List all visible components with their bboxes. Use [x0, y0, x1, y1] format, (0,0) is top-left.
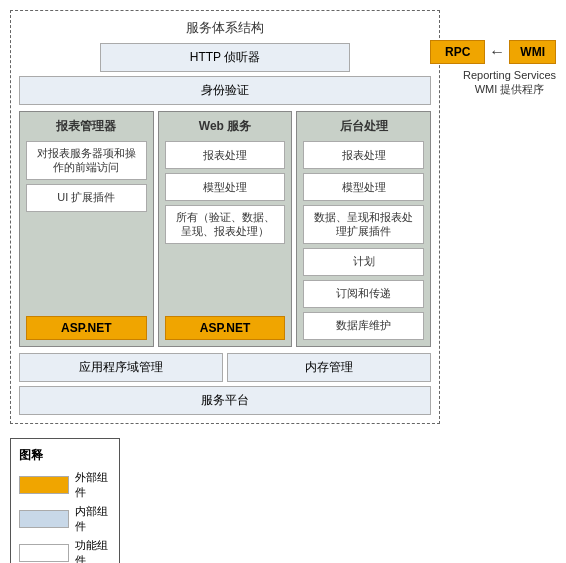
legend-item-external: 外部组件 — [19, 470, 111, 500]
legend-title: 图释 — [19, 447, 111, 464]
report-manager-ui-ext: UI 扩展插件 — [26, 184, 147, 212]
legend-box: 图释 外部组件 内部组件 功能组件 — [10, 438, 120, 563]
backend-subscription: 订阅和传递 — [303, 280, 424, 308]
http-listener-box: HTTP 侦听器 — [100, 43, 350, 72]
columns-area: 报表管理器 对报表服务器项和操作的前端访问 UI 扩展插件 ASP.NET We… — [19, 111, 431, 347]
legend-item-function: 功能组件 — [19, 538, 111, 563]
legend-label-external: 外部组件 — [75, 470, 111, 500]
service-system-box: 服务体系结构 HTTP 侦听器 身份验证 报表管理器 对报表服务器项和操作的前端… — [10, 10, 440, 424]
rpc-label: RPC — [445, 45, 470, 59]
memory-mgmt: 内存管理 — [227, 353, 431, 382]
wmi-description: Reporting ServicesWMI 提供程序 — [463, 68, 556, 97]
rpc-box: RPC — [430, 40, 485, 64]
app-domain-mgmt: 应用程序域管理 — [19, 353, 223, 382]
legend-item-internal: 内部组件 — [19, 504, 111, 534]
backend-title: 后台处理 — [303, 118, 424, 135]
bottom-bars: 应用程序域管理 内存管理 — [19, 353, 431, 382]
backend-model-proc: 模型处理 — [303, 173, 424, 201]
auth-box: 身份验证 — [19, 76, 431, 105]
legend-color-blue — [19, 510, 69, 528]
main-container: 服务体系结构 HTTP 侦听器 身份验证 报表管理器 对报表服务器项和操作的前端… — [10, 10, 556, 563]
legend-label-internal: 内部组件 — [75, 504, 111, 534]
legend-color-white — [19, 544, 69, 562]
web-service-title: Web 服务 — [165, 118, 286, 135]
service-system-title: 服务体系结构 — [19, 19, 431, 37]
web-service-column: Web 服务 报表处理 模型处理 所有（验证、数据、呈现、报表处理） ASP.N… — [158, 111, 293, 347]
service-platform: 服务平台 — [19, 386, 431, 415]
backend-data-ext: 数据、呈现和报表处理扩展插件 — [303, 205, 424, 244]
web-service-aspnet: ASP.NET — [165, 316, 286, 340]
backend-report-proc: 报表处理 — [303, 141, 424, 169]
rpc-wmi-area: RPC ← WMI Reporting ServicesWMI 提供程序 — [430, 40, 556, 97]
report-manager-access: 对报表服务器项和操作的前端访问 — [26, 141, 147, 180]
report-manager-aspnet: ASP.NET — [26, 316, 147, 340]
wmi-box: WMI — [509, 40, 556, 64]
arrow-icon: ← — [489, 43, 505, 61]
web-service-all: 所有（验证、数据、呈现、报表处理） — [165, 205, 286, 244]
legend-label-function: 功能组件 — [75, 538, 111, 563]
backend-column: 后台处理 报表处理 模型处理 数据、呈现和报表处理扩展插件 计划 订阅和传递 数… — [296, 111, 431, 347]
wmi-label: WMI — [520, 45, 545, 59]
legend-color-orange — [19, 476, 69, 494]
web-service-model-proc: 模型处理 — [165, 173, 286, 201]
report-manager-title: 报表管理器 — [26, 118, 147, 135]
backend-db-maintenance: 数据库维护 — [303, 312, 424, 340]
report-manager-column: 报表管理器 对报表服务器项和操作的前端访问 UI 扩展插件 ASP.NET — [19, 111, 154, 347]
web-service-report-proc: 报表处理 — [165, 141, 286, 169]
auth-label: 身份验证 — [201, 83, 249, 97]
rpc-wmi-row: RPC ← WMI — [430, 40, 556, 64]
backend-schedule: 计划 — [303, 248, 424, 276]
http-listener-label: HTTP 侦听器 — [190, 50, 260, 64]
